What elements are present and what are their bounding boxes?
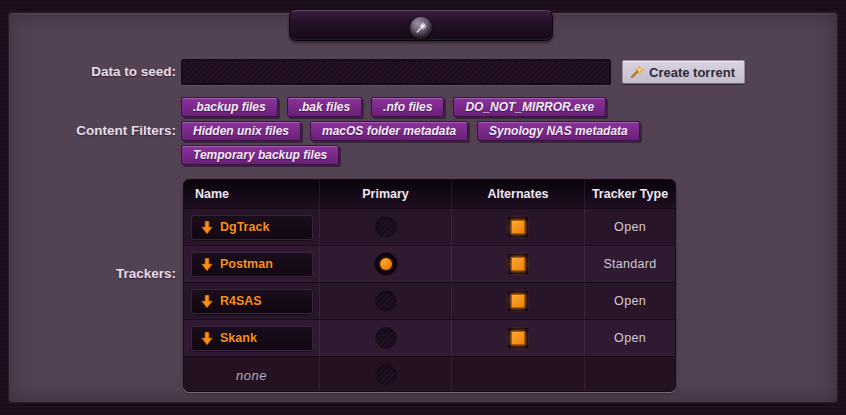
tracker-none-label: none [236, 368, 267, 383]
alternates-checkbox[interactable] [508, 328, 528, 348]
filter-chip-hidden-unix-files[interactable]: Hidden unix files [181, 121, 301, 141]
filter-chip-macos-folder-metadata[interactable]: macOS folder metadata [310, 121, 468, 141]
wand-sparkle-icon [410, 17, 432, 39]
create-torrent-button-label: Create torrent [649, 65, 735, 80]
tracker-row-skank: Skank Open [184, 319, 675, 356]
data-to-seed-label: Data to seed: [9, 59, 176, 85]
down-arrow-icon [201, 332, 213, 345]
tracker-name-label: DgTrack [220, 220, 269, 234]
primary-radio[interactable] [375, 290, 397, 312]
down-arrow-icon [201, 258, 213, 271]
tracker-type-value: Open [614, 331, 646, 345]
filter-chip-temporary-backup-files[interactable]: Temporary backup files [181, 145, 339, 165]
primary-radio[interactable] [375, 364, 397, 386]
filter-chip-backup-files[interactable]: .backup files [181, 97, 278, 117]
create-torrent-button[interactable]: Create torrent [622, 60, 745, 84]
tracker-row-postman: Postman Standard [184, 245, 675, 282]
collapse-panel-button[interactable] [289, 10, 553, 41]
tracker-type-value: Open [614, 220, 646, 234]
tracker-name-button[interactable]: Skank [191, 326, 313, 351]
alternates-checkbox[interactable] [508, 217, 528, 237]
tracker-row-none: none [184, 356, 675, 392]
tracker-type-value: Open [614, 294, 646, 308]
content-filter-chip-list: .backup files .bak files .nfo files DO_N… [181, 97, 721, 169]
trackers-table-header: Name Primary Alternates Tracker Type [184, 180, 675, 208]
alternates-checkbox[interactable] [508, 291, 528, 311]
down-arrow-icon [201, 295, 213, 308]
filter-chip-synology-nas-metadata[interactable]: Synology NAS metadata [477, 121, 640, 141]
primary-radio[interactable] [375, 327, 397, 349]
window-background: Data to seed: Create torrent Content Fil… [0, 0, 846, 415]
tracker-name-button[interactable]: R4SAS [191, 289, 313, 314]
alternates-checkbox[interactable] [508, 254, 528, 274]
tracker-name-button[interactable]: Postman [191, 252, 313, 277]
tracker-type-value: Standard [603, 257, 656, 271]
tracker-name-label: Postman [220, 257, 273, 271]
primary-radio[interactable] [375, 216, 397, 238]
primary-radio[interactable] [374, 252, 398, 276]
filter-chip-bak-files[interactable]: .bak files [287, 97, 362, 117]
column-header-name: Name [184, 180, 320, 208]
content-filters-label: Content Filters: [9, 118, 176, 144]
data-to-seed-input[interactable] [181, 59, 611, 85]
column-header-alternates: Alternates [452, 180, 585, 208]
tracker-row-r4sas: R4SAS Open [184, 282, 675, 319]
trackers-label: Trackers: [9, 261, 176, 287]
filter-chip-nfo-files[interactable]: .nfo files [371, 97, 444, 117]
trackers-table: Name Primary Alternates Tracker Type DgT… [183, 179, 676, 392]
down-arrow-icon [201, 221, 213, 234]
tracker-name-label: Skank [220, 331, 257, 345]
column-header-tracker-type: Tracker Type [585, 180, 675, 208]
magic-wand-icon [629, 65, 644, 80]
column-header-primary: Primary [320, 180, 452, 208]
filter-chip-do-not-mirror[interactable]: DO_NOT_MIRROR.exe [453, 97, 606, 117]
tracker-row-dgtrack: DgTrack Open [184, 208, 675, 245]
tracker-name-button[interactable]: DgTrack [191, 215, 313, 240]
tracker-name-label: R4SAS [220, 294, 262, 308]
create-torrent-panel: Data to seed: Create torrent Content Fil… [8, 12, 838, 403]
